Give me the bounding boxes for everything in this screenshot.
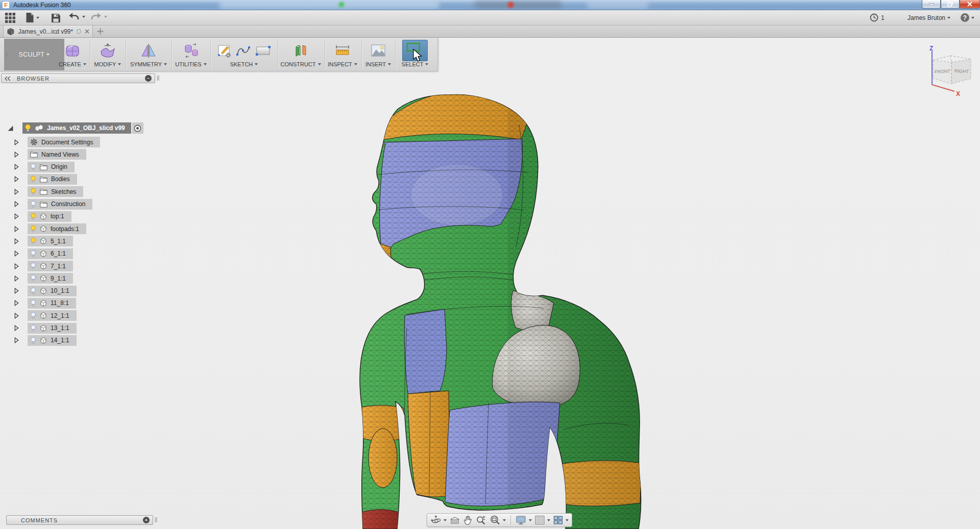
browser-item-10-1-1[interactable]: 10_1:1: [28, 286, 77, 296]
model-mesh-bust[interactable]: [288, 42, 646, 529]
expand-arrow[interactable]: [14, 273, 20, 284]
browser-item-document-settings[interactable]: Document Settings: [28, 137, 100, 147]
ribbon-group-create[interactable]: CREATE: [56, 38, 89, 71]
browser-panel-header[interactable]: BROWSER −: [1, 73, 155, 83]
browser-collapse-button[interactable]: −: [145, 75, 152, 82]
expand-arrow[interactable]: [14, 298, 20, 309]
expand-arrow[interactable]: [14, 174, 20, 185]
browser-item-construction[interactable]: Construction: [28, 199, 92, 210]
expand-arrow-icon[interactable]: [14, 201, 19, 207]
zoom-button[interactable]: [476, 515, 487, 525]
bulb-off-icon[interactable]: [30, 337, 36, 344]
ribbon-group-inspect[interactable]: INSPECT: [326, 38, 359, 71]
3d-viewport[interactable]: SCULPT CREATE MODIFY: [0, 38, 980, 529]
expand-arrow-icon[interactable]: [14, 337, 19, 343]
display-settings-button[interactable]: [516, 515, 532, 525]
file-menu-button[interactable]: [26, 12, 39, 23]
expand-arrow-icon[interactable]: [14, 275, 19, 282]
expand-arrow[interactable]: [14, 186, 20, 197]
expand-arrow-icon[interactable]: [14, 238, 19, 244]
bulb-on-icon[interactable]: [30, 225, 36, 233]
app-launcher-button[interactable]: [5, 13, 15, 23]
expand-arrow[interactable]: [14, 223, 20, 234]
display-menu-caret[interactable]: [529, 519, 532, 521]
new-tab-button[interactable]: [97, 28, 104, 35]
expand-arrow[interactable]: [14, 162, 20, 172]
workspace-mode-button[interactable]: SCULPT: [4, 39, 64, 70]
help-menu-button[interactable]: ?: [961, 13, 974, 22]
browser-item-11-8-1[interactable]: 11_8:1: [28, 298, 76, 309]
browser-panel-grip[interactable]: [157, 75, 160, 81]
job-status-button[interactable]: 1: [870, 13, 885, 22]
bulb-off-icon[interactable]: [30, 250, 36, 258]
minimize-button[interactable]: [922, 0, 941, 9]
grid-display-button[interactable]: [534, 515, 550, 525]
expand-arrow[interactable]: [14, 335, 20, 346]
expand-arrow-icon[interactable]: [14, 189, 19, 195]
browser-root-item[interactable]: James_v02_OBJ_slicd v99: [22, 122, 143, 134]
expand-arrow[interactable]: [14, 199, 20, 210]
expand-arrow[interactable]: [14, 149, 20, 160]
bulb-off-icon[interactable]: [30, 299, 36, 307]
viewports-menu-caret[interactable]: [566, 519, 569, 521]
restore-button[interactable]: [941, 0, 960, 9]
comments-panel-grip[interactable]: [155, 517, 158, 522]
bulb-off-icon[interactable]: [30, 324, 36, 332]
orbit-button[interactable]: [430, 515, 447, 526]
ribbon-group-modify[interactable]: MODIFY: [91, 38, 125, 71]
undo-button[interactable]: [68, 12, 85, 21]
ribbon-group-sketch[interactable]: SKETCH: [211, 38, 277, 71]
redo-button[interactable]: [90, 12, 107, 21]
expand-arrow-icon[interactable]: [14, 139, 19, 145]
comments-expand-button[interactable]: +: [143, 517, 150, 523]
bulb-on-icon[interactable]: [24, 124, 31, 132]
bulb-on-icon[interactable]: [30, 237, 36, 245]
bulb-on-icon[interactable]: [30, 213, 36, 220]
browser-item-sketches[interactable]: Sketches: [28, 186, 83, 197]
expand-arrow-icon[interactable]: [14, 213, 19, 219]
bulb-off-icon[interactable]: [30, 312, 36, 319]
expand-arrow-icon[interactable]: [14, 152, 19, 158]
expand-arrow[interactable]: [14, 310, 20, 321]
expand-arrow-icon[interactable]: [14, 176, 19, 182]
pan-button[interactable]: [463, 515, 473, 525]
browser-item-named-views[interactable]: Named Views: [28, 149, 86, 160]
browser-item-9-1-1[interactable]: 9_1:1: [28, 273, 73, 284]
browser-item-top-1[interactable]: top:1: [28, 211, 71, 222]
browser-item-bodies[interactable]: Bodies: [28, 174, 77, 185]
look-at-button[interactable]: [449, 515, 460, 525]
grid-menu-caret[interactable]: [547, 519, 550, 521]
expand-arrow[interactable]: [14, 323, 20, 334]
fit-button[interactable]: [489, 515, 506, 525]
expand-arrow[interactable]: [14, 261, 20, 271]
bulb-off-icon[interactable]: [30, 274, 36, 282]
save-button[interactable]: [51, 13, 61, 23]
ribbon-group-construct[interactable]: CONSTRUCT: [279, 38, 323, 71]
bulb-off-icon[interactable]: [30, 200, 36, 208]
bulb-off-icon[interactable]: [30, 287, 36, 295]
user-menu-button[interactable]: James Bruton: [908, 14, 950, 21]
fit-menu-caret[interactable]: [503, 519, 506, 521]
view-cube[interactable]: Z X FRONT RIGHT: [924, 46, 979, 99]
expand-arrow-icon[interactable]: [14, 164, 19, 170]
ribbon-group-symmetry[interactable]: SYMMETRY: [127, 38, 170, 71]
activate-component-button[interactable]: [132, 122, 143, 134]
expand-arrow[interactable]: [14, 286, 20, 296]
document-tab[interactable]: James_v0...icd v99*: [3, 26, 93, 37]
expand-arrow[interactable]: [14, 248, 20, 259]
browser-item-footpads-1[interactable]: footpads:1: [28, 223, 86, 234]
expand-arrow[interactable]: [14, 137, 20, 147]
browser-item-5-1-1[interactable]: 5_1:1: [28, 236, 73, 246]
ribbon-grip[interactable]: [6, 52, 9, 57]
bulb-on-icon[interactable]: [30, 175, 36, 183]
ribbon-group-insert[interactable]: INSERT: [362, 38, 394, 71]
browser-item-7-1-1[interactable]: 7_1:1: [28, 261, 73, 271]
expand-arrow[interactable]: [14, 236, 20, 246]
browser-item-6-1-1[interactable]: 6_1:1: [28, 248, 73, 259]
orbit-menu-caret[interactable]: [444, 519, 447, 521]
expand-arrow[interactable]: [14, 211, 20, 222]
expand-arrow-icon[interactable]: [14, 250, 19, 257]
ribbon-group-utilities[interactable]: UTILITIES: [173, 38, 209, 71]
close-button[interactable]: [960, 0, 980, 9]
root-expand-arrow[interactable]: [7, 123, 13, 134]
